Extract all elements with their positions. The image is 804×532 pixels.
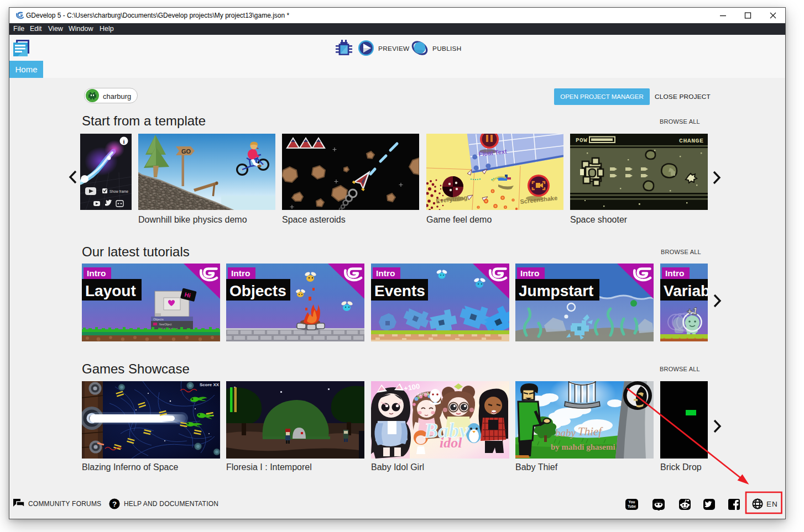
svg-text:Layout: Layout: [85, 282, 136, 299]
svg-text:Intro: Intro: [87, 268, 106, 278]
svg-text:baby: baby: [555, 427, 576, 439]
svg-text:Intro: Intro: [231, 268, 250, 278]
svg-text:Objects: Objects: [229, 282, 286, 299]
svg-text:POW: POW: [576, 137, 587, 144]
svg-text:Variab: Variab: [664, 282, 708, 299]
svg-text:Tube: Tube: [628, 504, 636, 508]
svg-text:?: ?: [112, 500, 117, 508]
svg-text:GO: GO: [181, 148, 191, 155]
svg-text:You: You: [629, 500, 635, 504]
svg-text:idol: idol: [440, 435, 462, 451]
svg-text:Score XX: Score XX: [200, 382, 220, 387]
svg-text:Intro: Intro: [376, 268, 395, 278]
svg-text:Intro: Intro: [665, 268, 684, 278]
svg-text:Intro: Intro: [520, 268, 539, 278]
svg-text:Events: Events: [374, 282, 425, 299]
svg-text:Thief: Thief: [578, 425, 603, 438]
svg-text:CHANGE: CHANGE: [679, 137, 703, 144]
svg-text:+1: +1: [687, 306, 697, 317]
svg-text:NewObject: NewObject: [159, 323, 172, 326]
svg-text:Show frame: Show frame: [109, 189, 129, 193]
svg-text:i: i: [123, 138, 124, 145]
svg-text:by mahdi ghasemi: by mahdi ghasemi: [551, 443, 615, 451]
svg-text:Objects: Objects: [153, 318, 164, 321]
svg-text:Jumpstart: Jumpstart: [519, 282, 593, 299]
